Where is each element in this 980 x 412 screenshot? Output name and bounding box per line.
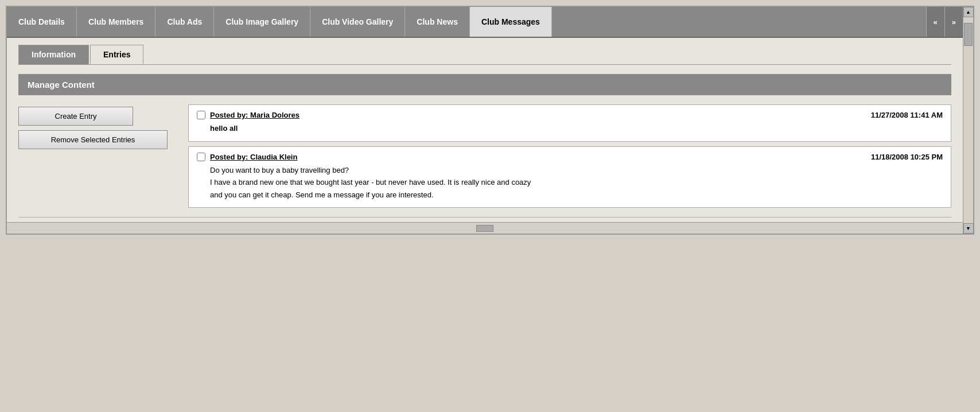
- tab-club-ads[interactable]: Club Ads: [155, 7, 214, 37]
- sub-tab-divider: [18, 64, 951, 65]
- sub-tab-bar: InformationEntries: [7, 38, 963, 64]
- entry-date-2: 11/18/2008 10:25 PM: [871, 153, 943, 161]
- tab-club-details[interactable]: Club Details: [7, 7, 77, 37]
- entry-line-2-1: I have a brand new one that we bought la…: [210, 177, 943, 188]
- entry-checkbox-1[interactable]: [197, 111, 205, 119]
- entry-author-1[interactable]: Posted by: Maria Dolores: [210, 111, 300, 119]
- section-header: Manage Content: [18, 74, 951, 95]
- entry-card-1: Posted by: Maria Dolores11/27/2008 11:41…: [188, 104, 951, 142]
- vertical-scrollbar: ▲ ▼: [963, 7, 973, 234]
- nav-prev-button[interactable]: «: [926, 7, 944, 37]
- main-tab-bar: Club DetailsClub MembersClub AdsClub Ima…: [7, 7, 963, 38]
- entry-author-2[interactable]: Posted by: Claudia Klein: [210, 153, 297, 161]
- entry-body-2: Do you want to buy a baby travelling bed…: [210, 165, 943, 201]
- remove-entries-button[interactable]: Remove Selected Entries: [18, 130, 168, 149]
- entry-line-1-0: hello all: [210, 123, 943, 134]
- left-panel: Create Entry Remove Selected Entries: [18, 104, 179, 208]
- sub-tab-information[interactable]: Information: [18, 45, 89, 64]
- entry-date-1: 11/27/2008 11:41 AM: [871, 111, 943, 119]
- v-scroll-down-button[interactable]: ▼: [963, 223, 974, 234]
- v-scroll-track[interactable]: [963, 17, 973, 223]
- entry-checkbox-2[interactable]: [197, 153, 205, 161]
- tab-club-video-gallery[interactable]: Club Video Gallery: [310, 7, 405, 37]
- tab-club-image-gallery[interactable]: Club Image Gallery: [214, 7, 310, 37]
- entry-body-1: hello all: [210, 123, 943, 134]
- tab-club-members[interactable]: Club Members: [77, 7, 155, 37]
- sub-tab-entries[interactable]: Entries: [90, 45, 143, 64]
- tab-club-news[interactable]: Club News: [405, 7, 470, 37]
- tab-club-messages[interactable]: Club Messages: [470, 7, 552, 37]
- entry-line-2-0: Do you want to buy a baby travelling bed…: [210, 165, 943, 176]
- entry-card-2: Posted by: Claudia Klein11/18/2008 10:25…: [188, 146, 951, 208]
- entry-header-1: Posted by: Maria Dolores11/27/2008 11:41…: [197, 111, 943, 119]
- v-scroll-up-button[interactable]: ▲: [963, 7, 974, 17]
- nav-next-button[interactable]: »: [944, 7, 963, 37]
- horizontal-scrollbar[interactable]: [7, 222, 963, 234]
- create-entry-button[interactable]: Create Entry: [18, 107, 133, 126]
- content-area: Create Entry Remove Selected Entries Pos…: [18, 104, 951, 208]
- bottom-divider: [18, 217, 951, 217]
- entries-panel: Posted by: Maria Dolores11/27/2008 11:41…: [188, 104, 951, 208]
- entry-header-2: Posted by: Claudia Klein11/18/2008 10:25…: [197, 153, 943, 161]
- v-scroll-thumb[interactable]: [964, 23, 973, 46]
- entry-line-2-2: and you can get it cheap. Send me a mess…: [210, 189, 943, 201]
- h-scroll-thumb[interactable]: [476, 225, 493, 232]
